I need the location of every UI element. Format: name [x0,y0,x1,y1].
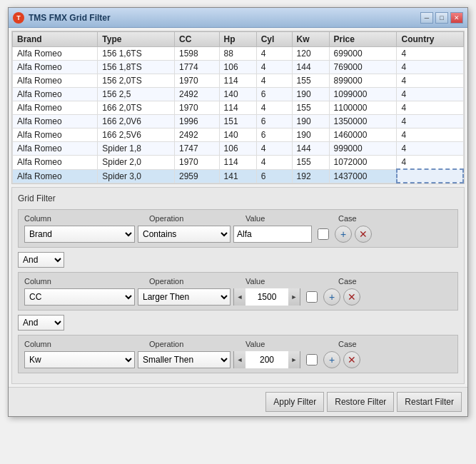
table-row[interactable]: Alfa RomeoSpider 2,01970114415510720004 [13,156,464,170]
operation-label-1: Operation [149,214,245,223]
table-cell: 1970 [175,156,220,170]
title-buttons: ─ □ ✕ [420,12,463,24]
table-cell: 4 [256,156,292,170]
data-table-container: Brand Type CC Hp Cyl Kw Price Country Al… [11,31,465,184]
table-cell: 4 [256,61,292,74]
add-filter-1-button[interactable]: + [335,226,352,243]
table-cell: 140 [219,128,256,142]
table-cell: 1460000 [329,128,397,142]
table-cell: 699000 [329,47,397,61]
value-input-1[interactable] [233,226,312,243]
restart-filter-button[interactable]: Restart Filter [397,392,462,412]
data-table: Brand Type CC Hp Cyl Kw Price Country Al… [12,31,464,183]
col-kw: Kw [292,32,329,47]
filter-labels-3: Column Operation Value Case [24,340,452,348]
case-checkbox-2[interactable] [306,291,318,303]
table-cell: 1598 [175,47,220,61]
table-cell: 192 [292,169,329,183]
restore-filter-button[interactable]: Restore Filter [327,392,394,412]
table-row[interactable]: Alfa Romeo156 2,52492140619010990004 [13,88,464,101]
case-label-3: Case [338,340,381,348]
value-label-3: Value [245,340,338,348]
table-cell: 114 [219,74,256,88]
value-label-1: Value [245,214,338,223]
table-cell: Alfa Romeo [13,128,98,142]
table-row[interactable]: Alfa Romeo156 2,0TS197011441558990004 [13,74,464,88]
table-cell: Spider 2,0 [98,156,175,170]
table-row[interactable]: Alfa Romeo166 2,5V62492140619014600004 [13,128,464,142]
apply-filter-button[interactable]: Apply Filter [265,392,324,412]
case-label-2: Case [338,277,381,286]
add-filter-3-button[interactable]: + [323,351,340,368]
remove-filter-2-button[interactable]: ✕ [343,288,360,306]
panel-title: Grid Filter [18,193,458,203]
table-cell: 4 [397,47,463,61]
operation-select-1[interactable]: Contains Equals Starts With Ends With No… [138,226,231,243]
col-hp: Hp [219,32,256,47]
table-row[interactable]: Alfa RomeoSpider 1,8174710641449990004 [13,142,464,156]
table-cell: 2492 [175,128,220,142]
table-cell: 190 [292,88,329,101]
table-cell: 4 [397,156,463,170]
table-cell: Alfa Romeo [13,142,98,156]
close-button[interactable]: ✕ [450,12,463,24]
table-row[interactable]: Alfa RomeoSpider 3,0295914161921437000 [13,169,464,183]
table-cell: 140 [219,88,256,101]
maximize-button[interactable]: □ [435,12,448,24]
table-header-row: Brand Type CC Hp Cyl Kw Price Country [13,32,464,47]
spinner-2-right[interactable]: ► [288,288,300,306]
and-select-1[interactable]: And Or [18,252,64,268]
spinner-2-left[interactable]: ◄ [234,288,245,306]
table-cell: 190 [292,128,329,142]
case-checkbox-3[interactable] [306,354,318,365]
table-cell: 156 1,8TS [98,61,175,74]
table-cell: 4 [397,101,463,115]
filter-controls-3: Brand Type CC Hp Cyl Kw Price Country Sm… [24,351,452,368]
app-icon: T [13,12,24,24]
table-cell: 769000 [329,61,397,74]
spinner-3-right[interactable]: ► [288,351,300,368]
add-filter-2-button[interactable]: + [323,288,340,306]
main-window: T TMS FMX Grid Filter ─ □ ✕ Brand Type C… [8,7,468,417]
spinner-3-left[interactable]: ◄ [234,351,245,368]
table-row[interactable]: Alfa Romeo166 2,0TS1970114415511000004 [13,101,464,115]
case-label-1: Case [338,214,381,223]
spinner-2-input[interactable] [245,288,288,306]
table-cell: 114 [219,156,256,170]
table-cell: 4 [256,142,292,156]
col-brand: Brand [13,32,98,47]
table-cell: 899000 [329,74,397,88]
table-cell: 6 [256,169,292,183]
filter-row-2: Column Operation Value Case Brand Type C… [18,272,458,311]
table-cell: 4 [397,128,463,142]
bottom-bar: Apply Filter Restore Filter Restart Filt… [9,387,467,416]
table-cell: Alfa Romeo [13,115,98,128]
and-select-2[interactable]: And Or [18,315,64,331]
table-row[interactable]: Alfa Romeo156 1,6TS15988841206990004 [13,47,464,61]
column-label-2: Column [24,277,149,286]
operation-label-2: Operation [149,277,245,286]
case-checkbox-1[interactable] [318,228,329,240]
remove-filter-3-button[interactable]: ✕ [343,351,360,368]
operation-select-3[interactable]: Smaller Then Larger Then Equals Not Equa… [138,351,231,368]
table-body: Alfa Romeo156 1,6TS15988841206990004Alfa… [13,47,464,183]
remove-filter-1-button[interactable]: ✕ [355,226,372,243]
column-select-3[interactable]: Brand Type CC Hp Cyl Kw Price Country [24,351,135,368]
table-cell: 156 2,5 [98,88,175,101]
table-cell: 1099000 [329,88,397,101]
table-cell: 166 2,0TS [98,101,175,115]
table-row[interactable]: Alfa Romeo156 1,8TS177410641447690004 [13,61,464,74]
spinner-3-input[interactable] [245,351,288,368]
table-cell: 1350000 [329,115,397,128]
operation-select-2[interactable]: Larger Then Smaller Then Equals Not Equa… [138,288,231,306]
table-row[interactable]: Alfa Romeo166 2,0V61996151619013500004 [13,115,464,128]
filter-labels-1: Column Operation Value Case [24,214,452,223]
minimize-button[interactable]: ─ [420,12,433,24]
col-type: Type [98,32,175,47]
table-cell: 114 [219,101,256,115]
table-cell: 4 [256,74,292,88]
col-cyl: Cyl [256,32,292,47]
table-cell: 2492 [175,88,220,101]
column-select-1[interactable]: Brand Type CC Hp Cyl Kw Price Country [24,226,135,243]
column-select-2[interactable]: Brand Type CC Hp Cyl Kw Price Country [24,288,135,306]
